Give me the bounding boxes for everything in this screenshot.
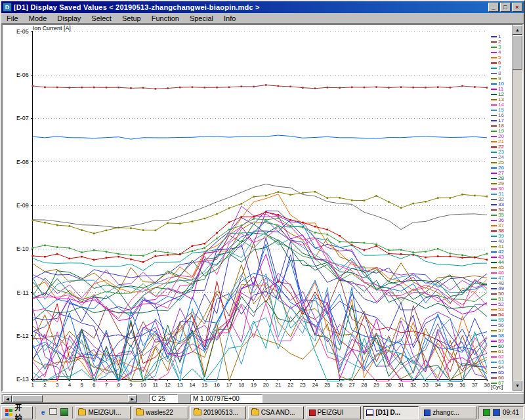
legend-item-3[interactable]: 3	[490, 45, 512, 50]
legend-color-swatch	[491, 204, 497, 205]
chart-region: E-05E-06E-07E-08E-09E-10E-11E-12E-131234…	[1, 24, 524, 392]
mass-field: M 1.00797E+00	[190, 394, 262, 403]
legend-item-4[interactable]: 4	[490, 50, 512, 55]
legend-color-swatch	[491, 173, 497, 174]
x-tick-label: 25	[324, 382, 330, 388]
scroll-right-button[interactable]: ▶	[128, 395, 136, 402]
y-tick-label: E-09	[16, 202, 29, 209]
plot-area: E-05E-06E-07E-08E-09E-10E-11E-12E-131234…	[3, 25, 490, 390]
legend-color-swatch	[491, 125, 497, 127]
legend-color-swatch	[491, 299, 497, 300]
start-button[interactable]: 开始	[1, 406, 33, 419]
legend-color-swatch	[491, 251, 497, 253]
task-button-peizgui[interactable]: PEIZGUI	[306, 406, 362, 419]
scrollbar-thumb[interactable]	[513, 35, 522, 70]
plot-canvas: E-05E-06E-07E-08E-09E-10E-11E-12E-131234…	[3, 25, 490, 390]
titlebar[interactable]: D [D1] Display Saved Values < 20190513-z…	[1, 1, 524, 13]
x-tick-label: 2	[43, 382, 46, 388]
legend-item-5[interactable]: 5	[490, 55, 512, 60]
x-tick-label: 30	[386, 382, 392, 388]
legend-color-swatch	[491, 346, 497, 347]
menubar: File Mode Display Select Setup Function …	[1, 13, 524, 24]
task-button-csa-and[interactable]: CSA AND...	[248, 406, 304, 419]
legend-color-swatch	[491, 73, 497, 74]
x-tick-label: 18	[238, 382, 244, 388]
menu-item-mode[interactable]: Mode	[24, 14, 52, 23]
series-line-28	[33, 233, 487, 321]
minimize-button[interactable]: _	[488, 3, 499, 12]
cycle-field: C 25	[149, 394, 178, 403]
menu-item-function[interactable]: Function	[146, 14, 184, 23]
internet-explorer-icon[interactable]: e	[38, 408, 47, 417]
y-tick-label: E-06	[16, 72, 29, 78]
statusbar: ◀ ▶ C 25 M 1.00797E+00	[1, 393, 524, 403]
task-button-wasles22[interactable]: wasles22	[133, 406, 188, 419]
x-tick-label: 34	[435, 382, 441, 388]
legend-color-swatch	[491, 115, 497, 116]
menu-item-special[interactable]: Special	[184, 14, 219, 23]
legend-color-swatch	[491, 146, 497, 148]
x-tick-label: 8	[117, 382, 121, 388]
scroll-up-button[interactable]: ▲	[513, 25, 522, 35]
legend-color-swatch	[491, 83, 497, 85]
show-desktop-icon[interactable]	[49, 408, 57, 415]
y-tick-label: E-05	[16, 28, 29, 35]
legend-item-8[interactable]: 8	[490, 71, 512, 76]
app-icon-red	[309, 410, 316, 416]
legend-color-swatch	[491, 188, 497, 190]
legend-item-2[interactable]: 2	[490, 39, 512, 45]
legend-color-swatch	[491, 341, 497, 342]
scroll-down-button[interactable]: ▼	[513, 381, 522, 390]
legend-color-swatch	[491, 320, 497, 321]
menu-item-info[interactable]: Info	[219, 14, 241, 23]
tray-status-icon-green[interactable]	[483, 409, 490, 416]
series-line-26	[33, 135, 487, 139]
task-button-20190513[interactable]: 20190513...	[190, 406, 246, 419]
legend-color-swatch	[491, 136, 497, 137]
task-button-zhangc[interactable]: zhangc...	[421, 406, 476, 419]
series-line-37	[33, 282, 487, 381]
x-tick-label: 12	[165, 382, 171, 388]
task-button-display-saved-values[interactable]: [D1] D...	[363, 406, 419, 419]
tray-status-icon-blue[interactable]	[493, 409, 500, 416]
legend-item-6[interactable]: 6	[490, 60, 512, 66]
y-tick-label: E-07	[16, 115, 29, 121]
legend-color-swatch	[491, 225, 497, 226]
menu-item-file[interactable]: File	[1, 14, 24, 23]
horizontal-scrollbar[interactable]: ◀ ▶	[3, 394, 137, 403]
x-tick-label: 3	[56, 382, 59, 388]
x-tick-label: 36	[459, 382, 465, 388]
legend-color-swatch	[491, 89, 497, 90]
x-tick-label: 26	[337, 382, 343, 388]
legend-color-swatch	[491, 52, 497, 53]
x-tick-label: 4	[68, 382, 72, 388]
menu-item-setup[interactable]: Setup	[117, 14, 146, 23]
legend-color-swatch	[491, 335, 497, 337]
close-button[interactable]: ×	[512, 3, 522, 12]
x-tick-label: 22	[287, 382, 293, 388]
legend: [Cyc] 1234567891011121314151617181920212…	[490, 25, 512, 390]
legend-color-swatch	[491, 47, 497, 48]
vertical-scrollbar[interactable]: ▲ ▼	[512, 25, 522, 390]
menu-item-display[interactable]: Display	[52, 14, 86, 23]
h-scrollbar-thumb[interactable]	[12, 395, 43, 402]
x-tick-label: 29	[373, 382, 379, 388]
scroll-left-button[interactable]: ◀	[3, 395, 12, 402]
x-tick-label: 20	[263, 382, 269, 388]
y-tick-label: E-10	[16, 245, 29, 252]
media-app-icon[interactable]	[60, 408, 68, 416]
x-tick-label: 35	[447, 382, 453, 388]
legend-color-swatch	[491, 199, 497, 200]
legend-item-1[interactable]: 1	[490, 34, 512, 39]
legend-item-7[interactable]: 7	[490, 66, 512, 71]
x-tick-label: 16	[214, 382, 220, 388]
maximize-button[interactable]: □	[500, 3, 511, 12]
legend-color-swatch	[491, 78, 497, 79]
x-tick-label: 13	[177, 382, 183, 388]
legend-color-swatch	[491, 110, 497, 111]
menu-item-select[interactable]: Select	[86, 14, 117, 23]
task-button-meizgui[interactable]: MEIZGUI...	[75, 406, 131, 419]
legend-color-swatch	[491, 362, 497, 363]
legend-color-swatch	[491, 356, 497, 358]
legend-color-swatch	[491, 262, 497, 263]
